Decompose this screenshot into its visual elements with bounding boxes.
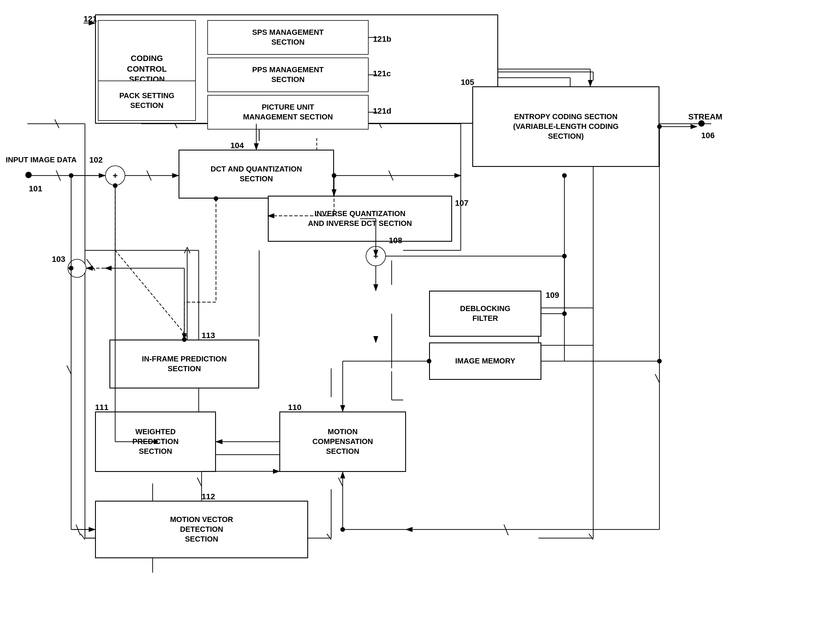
ref-103: 103 [52,255,65,264]
svg-line-52 [56,170,60,181]
picture-unit-label: PICTURE UNIT MANAGEMENT SECTION [243,103,333,122]
in-frame-label: IN-FRAME PREDICTION SECTION [142,354,227,374]
image-memory-label: IMAGE MEMORY [455,356,515,366]
ref-104: 104 [230,141,244,150]
picture-unit-management-section: PICTURE UNIT MANAGEMENT SECTION [207,95,369,129]
ref-106: 106 [701,131,715,140]
svg-point-57 [69,173,74,178]
adder-108: + [366,246,386,266]
pack-setting-section: PACK SETTING SECTION [98,81,196,121]
svg-line-102 [86,259,95,270]
pps-label: PPS MANAGEMENT SECTION [252,65,324,84]
svg-line-54 [67,365,71,374]
svg-line-82 [655,374,660,383]
svg-line-112 [197,478,202,486]
entropy-label: ENTROPY CODING SECTION (VARIABLE-LENGTH … [513,112,618,141]
dct-label: DCT AND QUANTIZATION SECTION [211,164,302,184]
svg-line-17 [589,534,593,540]
ref-107: 107 [455,199,469,208]
motion-vector-detection-section: MOTION VECTOR DETECTION SECTION [95,501,308,558]
switch-103 [68,259,86,278]
deblocking-filter: DEBLOCKING FILTER [429,291,542,337]
svg-line-84 [504,525,508,535]
stream-label: STREAM [688,112,722,121]
sps-label: SPS MANAGEMENT SECTION [252,28,324,47]
svg-point-117 [340,527,345,532]
svg-point-85 [657,359,662,364]
svg-line-116 [338,478,343,486]
coding-control-label: CODING CONTROL SECTION [127,53,167,84]
motion-compensation-section: MOTION COMPENSATION SECTION [279,411,406,472]
pps-management-section: PPS MANAGEMENT SECTION [207,58,369,92]
ref-112: 112 [202,492,215,501]
dct-quantization-section: DCT AND QUANTIZATION SECTION [178,150,334,199]
svg-line-66 [389,170,393,180]
ref-109: 109 [546,291,559,300]
sps-management-section: SPS MANAGEMENT SECTION [207,20,369,55]
motion-comp-label: MOTION COMPENSATION SECTION [312,427,373,456]
ref-113: 113 [202,331,215,340]
weighted-prediction-section: WEIGHTED PREDICTION SECTION [95,411,216,472]
weighted-pred-label: WEIGHTED PREDICTION SECTION [132,427,178,456]
entropy-coding-section: ENTROPY CODING SECTION (VARIABLE-LENGTH … [472,86,660,167]
svg-line-1 [55,120,59,128]
ref-121b: 121b [373,35,391,44]
ref-121c: 121c [373,69,391,78]
inv-quant-label: INVERSE QUANTIZATION AND INVERSE DCT SEC… [308,209,412,229]
svg-point-80 [562,254,567,258]
svg-point-120 [562,312,567,316]
image-memory: IMAGE MEMORY [429,342,542,380]
pack-setting-label: PACK SETTING SECTION [119,91,174,110]
motion-vector-label: MOTION VECTOR DETECTION SECTION [170,515,233,544]
terminal-101 [25,172,32,178]
svg-point-75 [562,173,567,178]
svg-line-61 [147,170,151,180]
inverse-quantization-section: INVERSE QUANTIZATION AND INVERSE DCT SEC… [268,196,452,242]
ref-102: 102 [89,155,103,164]
ref-105: 105 [461,78,474,87]
svg-line-38 [115,250,187,337]
ref-108: 108 [389,236,402,245]
deblocking-label: DEBLOCKING FILTER [460,304,511,324]
sum-junction-102: + [105,166,125,186]
ref-111: 111 [95,403,109,412]
ref-121: 121 [83,14,97,24]
ref-121d: 121d [373,106,391,116]
svg-line-56 [76,525,80,535]
input-image-label: INPUT IMAGE DATA [6,155,77,164]
ref-110: 110 [288,403,302,412]
in-frame-prediction-section: IN-FRAME PREDICTION SECTION [109,339,259,388]
ref-101: 101 [29,184,42,193]
svg-line-42 [327,534,331,540]
svg-line-3 [81,534,85,540]
